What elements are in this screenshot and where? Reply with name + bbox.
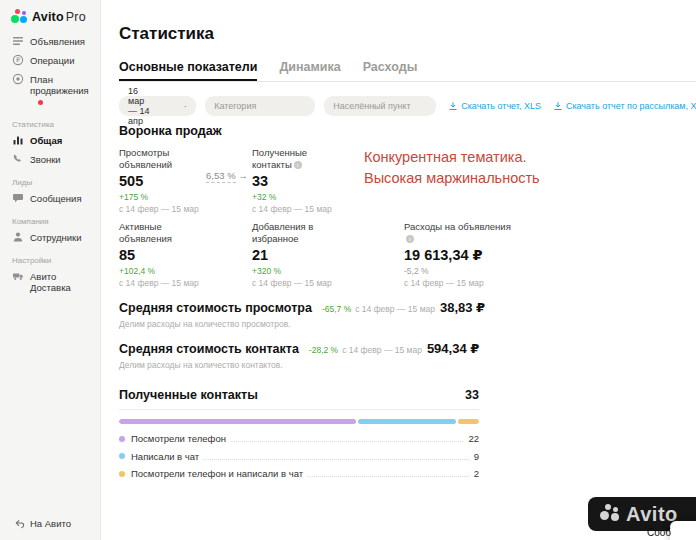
legend-row: Написали в чат 9 — [119, 451, 479, 462]
tab-bar: Основные показатели Динамика Расходы — [119, 60, 696, 82]
chat-widget-corner[interactable] — [670, 521, 696, 540]
contacts-total: 33 — [465, 388, 479, 402]
legend-label: Написали в чат — [131, 451, 199, 462]
info-icon[interactable]: i — [294, 161, 302, 169]
avg-contact-cost-row: Средняя стоимость контакта -28,2 % с 14 … — [119, 341, 479, 370]
download-mailing-report-label: Скачать отчет по рассылкам, XLS — [566, 101, 696, 111]
avg-cost-subtitle: Делим расходы на количество просмотров. — [119, 319, 479, 329]
sidebar-section-settings: Настройки — [12, 256, 100, 265]
metric-period: с 14 февр — 15 мар — [252, 278, 337, 288]
back-to-avito-link[interactable]: На Авито — [14, 518, 71, 529]
avito-pro-logo[interactable]: AvitoPro — [11, 9, 100, 25]
legend-dot — [119, 471, 125, 477]
city-input[interactable] — [324, 96, 436, 116]
svg-text:₽: ₽ — [16, 56, 20, 63]
sidebar-item-stats-general[interactable]: Общая — [0, 131, 100, 150]
sidebar-section-company: Компания — [12, 217, 100, 226]
sidebar-item-operations[interactable]: ₽ Операции — [0, 51, 100, 70]
metric-expenses: Расходы на объявленияi 19 613,34 ₽ -5,2 … — [404, 221, 514, 288]
dotted-leader — [204, 452, 469, 460]
metric-favorites: Добавления в избранное 21 +320 % с 14 фе… — [252, 221, 337, 288]
promo-note-line1: Конкурентная тематика. — [364, 147, 540, 168]
sidebar-item-stats-calls[interactable]: Звонки — [0, 150, 100, 169]
arrow-right-icon: → — [238, 170, 248, 181]
bar-segment-phone — [119, 419, 356, 424]
avg-cost-delta: -65,7 % — [322, 304, 351, 314]
person-icon — [12, 231, 24, 243]
conversion-link[interactable]: 6,53 % → — [206, 170, 248, 181]
filter-bar: 16 мар — 14 апр Скачать отчет, XLS Скача… — [119, 96, 690, 116]
dotted-leader — [231, 434, 463, 442]
category-input[interactable] — [205, 96, 315, 116]
sidebar-item-delivery[interactable]: Авито Доставка — [0, 267, 100, 297]
sidebar-item-label: Звонки — [30, 154, 61, 165]
metric-period: с 14 февр — 15 мар — [252, 204, 337, 214]
metric-label: Просмотры объявлений — [119, 147, 204, 170]
back-link-label: На Авито — [30, 518, 71, 529]
metric-active-ads: Активные объявления 85 +102,4 % с 14 фев… — [119, 221, 204, 288]
metric-period: с 14 февр — 15 мар — [119, 204, 204, 214]
brand-pro: Pro — [66, 10, 86, 24]
metric-label: Добавления в избранное — [252, 221, 337, 244]
download-report-link[interactable]: Скачать отчет, XLS — [448, 101, 541, 111]
chat-widget-label: Сооб — [647, 527, 671, 538]
sidebar-section-stats: Статистика — [12, 120, 100, 129]
avg-cost-period: с 14 февр — 15 мар — [355, 304, 435, 314]
metric-delta: +175 % — [119, 192, 204, 202]
sidebar-item-label: План продвижения — [30, 74, 88, 107]
metric-value: 19 613,34 ₽ — [404, 247, 514, 263]
metric-contacts: Полученные контактыi 33 +32 % с 14 февр … — [252, 147, 337, 214]
sidebar-section-leads: Лиды — [12, 178, 100, 187]
metric-label: Активные объявления — [119, 221, 204, 244]
download-mailing-report-link[interactable]: Скачать отчет по рассылкам, XLS — [553, 101, 696, 111]
sidebar-item-label: Общая — [30, 135, 62, 146]
page-title: Статистика — [119, 24, 214, 44]
avito-logo-icon — [11, 9, 27, 25]
legend-label: Посмотрели телефон — [131, 433, 226, 444]
sidebar-item-messages[interactable]: Сообщения — [0, 189, 100, 208]
truck-icon — [12, 270, 24, 282]
dotted-leader — [308, 469, 469, 477]
metric-period: с 14 февр — 15 мар — [119, 278, 204, 288]
metric-value: 21 — [252, 247, 337, 263]
metric-value: 505 — [119, 173, 204, 189]
tab-expenses[interactable]: Расходы — [363, 60, 418, 81]
operations-icon: ₽ — [12, 54, 24, 66]
metric-value: 85 — [119, 247, 204, 263]
sidebar-item-label: Авито Доставка — [30, 271, 94, 293]
download-icon — [553, 101, 563, 111]
contacts-breakdown: Полученные контакты 33 Посмотрели телефо… — [119, 388, 479, 486]
metric-label: Полученные контактыi — [252, 147, 337, 170]
legend-row: Посмотрели телефон и написали в чат 2 — [119, 468, 479, 479]
tab-main-indicators[interactable]: Основные показатели — [119, 60, 257, 81]
bar-chart-icon — [12, 134, 24, 146]
stacked-bar-chart — [119, 419, 479, 424]
avg-cost-title: Средняя стоимость контакта — [119, 342, 299, 356]
promo-note-line2: Высокая маржинальность — [364, 168, 540, 189]
metric-value: 33 — [252, 173, 337, 189]
brand-avito: Avito — [32, 10, 64, 24]
main-content: Статистика Основные показатели Динамика … — [102, 0, 696, 540]
sidebar-item-promo-plan[interactable]: План продвижения — [0, 70, 100, 111]
avg-cost-value: 594,34 ₽ — [427, 341, 479, 356]
avg-cost-value: 38,83 ₽ — [440, 300, 485, 315]
metric-delta: +32 % — [252, 192, 337, 202]
promo-note: Конкурентная тематика. Высокая маржиналь… — [364, 147, 540, 189]
legend-dot — [119, 436, 125, 442]
sidebar-item-label: Операции — [30, 55, 74, 66]
avito-watermark-icon — [600, 504, 620, 524]
metric-label: Расходы на объявленияi — [404, 221, 514, 244]
back-arrow-icon — [14, 518, 25, 529]
watermark-label: Avito — [626, 503, 678, 526]
legend-dot — [119, 453, 125, 459]
sidebar-item-ads[interactable]: Объявления — [0, 32, 100, 51]
listings-icon — [12, 35, 24, 47]
metric-delta: +102,4 % — [119, 266, 204, 276]
avg-view-cost-row: Средняя стоимость просмотра -65,7 % с 14… — [119, 300, 479, 329]
avg-cost-period: с 14 февр — 15 мар — [342, 345, 422, 355]
info-icon[interactable]: i — [406, 235, 414, 243]
sidebar-item-employees[interactable]: Сотрудники — [0, 228, 100, 247]
avg-cost-subtitle: Делим расходы на количество контактов. — [119, 360, 479, 370]
tab-dynamics[interactable]: Динамика — [279, 60, 340, 81]
date-range-select[interactable]: 16 мар — 14 апр — [119, 96, 196, 116]
